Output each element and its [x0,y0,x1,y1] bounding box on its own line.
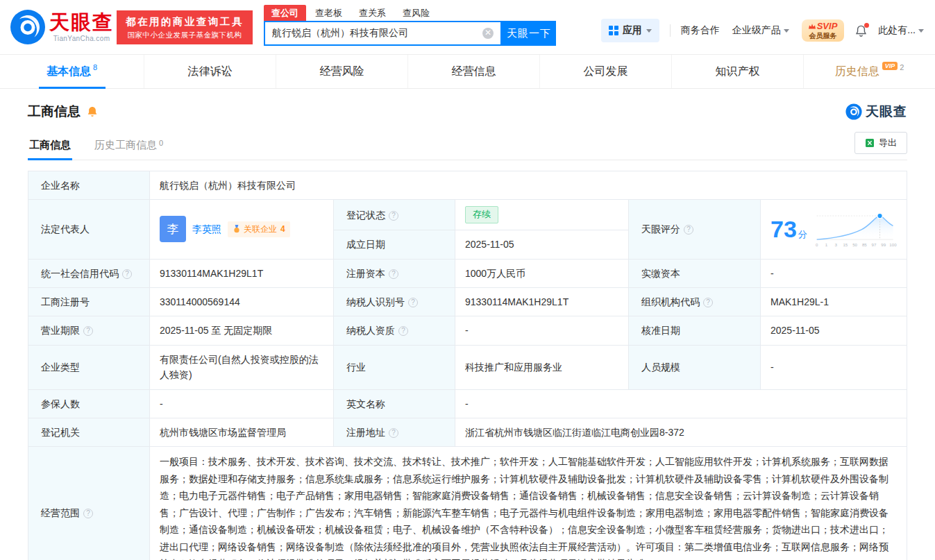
svg-text:50: 50 [852,242,857,247]
field-establish-date-value: 2025-11-05 [455,230,629,259]
business-info-table: 企业名称 航行锐启（杭州）科技有限公司 法定代表人 李 李英照 关联企业 [28,171,907,560]
apps-menu-button[interactable]: 应用 [601,19,659,42]
field-legal-rep-value: 李 李英照 关联企业 4 [150,200,334,259]
svg-text:0: 0 [816,242,818,247]
top-right-menu: 应用 商务合作 企业级产品 SVIP 会员服务 此处有... [601,19,924,42]
subtab-history-registration[interactable]: 历史工商信息0 [93,130,165,160]
tab-intellectual-property[interactable]: 知识产权 [671,55,803,88]
field-company-type-value: 有限责任公司(自然人投资或控股的法人独资) [150,345,334,389]
tab-legal-proceedings[interactable]: 法律诉讼 [144,55,276,88]
field-tax-id-label: 纳税人识别号? [334,287,455,316]
tab-label: 经营风险 [320,65,364,79]
legal-rep-avatar[interactable]: 李 [160,216,186,242]
tab-business-info[interactable]: 经营信息 [407,55,539,88]
company-search-input[interactable] [272,28,482,39]
tab-basic-info[interactable]: 基本信息 8 [0,55,144,88]
svg-text:1: 1 [825,242,828,247]
field-company-name-label: 企业名称 [28,171,150,200]
field-org-code-value: MAK1H29L-1 [761,287,907,316]
field-industry-label: 行业 [334,345,455,389]
score-link[interactable]: 73分 [770,208,897,250]
field-company-name-value: 航行锐启（杭州）科技有限公司 [150,171,907,200]
related-companies-count: 4 [280,223,285,236]
search-tab-boss[interactable]: 查老板 [308,5,350,21]
tianyancha-logo[interactable]: 天眼查 TianYanCha.com [10,9,114,45]
subscribe-bell-icon[interactable] [86,105,99,118]
tab-history-info[interactable]: 历史信息 VIP 2 [803,55,935,88]
notification-bell-icon[interactable] [854,24,868,37]
search-tab-relation[interactable]: 查关系 [351,5,394,21]
table-row: 营业期限? 2025-11-05 至 无固定期限 纳税人资质? - 核准日期 2… [28,316,907,345]
field-credit-code-value: 91330114MAK1H29L1T [150,259,334,287]
field-staff-size-value: - [761,345,907,389]
search-submit-button[interactable]: 天眼一下 [502,21,556,46]
subtab-count: 0 [159,139,163,147]
business-cooperation-link[interactable]: 商务合作 [681,24,720,37]
field-authority-value: 杭州市钱塘区市场监督管理局 [150,418,334,446]
more-menu[interactable]: 此处有... [878,24,924,37]
help-icon[interactable]: ? [389,269,398,279]
chevron-down-icon [918,29,924,33]
main-content: 工商信息 天眼查 工商信息 历史工商信息0 [0,89,935,560]
tab-label: 知识产权 [716,65,760,79]
field-approve-date-label: 核准日期 [629,316,761,345]
tianyancha-logo-icon [845,103,862,120]
search-box: ✕ [264,21,502,46]
field-reg-status-value: 存续 [455,200,629,230]
field-score-label: 天眼评分? [629,200,761,259]
related-companies-badge[interactable]: 关联企业 4 [228,221,290,237]
svg-text:85: 85 [862,242,867,247]
tianyancha-logo-icon [10,9,46,45]
top-bar: 天眼查 TianYanCha.com 都在用的商业查询工具 国家中小企业发展子基… [0,0,935,55]
help-icon[interactable]: ? [703,298,713,307]
field-scope-value: 一般项目：技术服务、技术开发、技术咨询、技术交流、技术转让、技术推广；软件开发；… [150,447,907,560]
tab-label: 公司发展 [584,65,628,79]
svip-membership-badge[interactable]: SVIP 会员服务 [802,19,845,42]
field-insured-label: 参保人数 [28,389,150,418]
tab-business-risk[interactable]: 经营风险 [276,55,407,88]
table-row: 企业类型 有限责任公司(自然人投资或控股的法人独资) 行业 科技推广和应用服务业… [28,345,907,389]
export-button[interactable]: 导出 [854,132,907,154]
divider [670,24,671,37]
score-unit: 分 [798,229,807,239]
search-tabs: 查公司 查老板 查关系 查风险 [264,5,556,21]
table-row: 统一社会信用代码? 91330114MAK1H29L1T 注册资本? 1000万… [28,259,907,287]
field-reg-capital-value: 1000万人民币 [455,259,629,287]
table-row: 登记机关 杭州市钱塘区市场监督管理局 注册地址? 浙江省杭州市钱塘区临江街道临江… [28,418,907,446]
medal-icon [233,225,241,233]
help-icon[interactable]: ? [83,509,93,518]
field-score-value: 73分 [761,200,907,259]
svip-sublabel: 会员服务 [809,32,838,40]
tab-company-development[interactable]: 公司发展 [539,55,671,88]
field-approve-date-value: 2025-11-05 [761,316,907,345]
field-establish-date-label: 成立日期 [334,230,455,259]
field-scope-label: 经营范围? [28,447,150,560]
search-tab-risk[interactable]: 查风险 [395,5,437,21]
tab-label: 历史信息 [835,65,879,79]
legal-rep-name-link[interactable]: 李英照 [192,221,221,237]
field-term-label: 营业期限? [28,316,150,345]
svg-text:3: 3 [834,242,837,247]
enterprise-products-link[interactable]: 企业级产品 [732,24,789,37]
score-number: 73 [770,216,797,242]
field-english-name-value: - [455,389,907,418]
export-label: 导出 [879,137,897,149]
watermark-brand-name: 天眼查 [866,103,907,121]
score-chart: 0 1 3 15 50 85 97 99 100 [813,208,897,250]
table-row: 企业名称 航行锐启（杭州）科技有限公司 [28,171,907,200]
field-reg-no-value: 330114000569144 [150,287,334,316]
help-icon[interactable]: ? [389,428,398,438]
field-credit-code-label: 统一社会信用代码? [28,259,150,287]
help-icon[interactable]: ? [398,326,408,336]
subtab-business-registration[interactable]: 工商信息 [28,130,72,160]
clear-search-icon[interactable]: ✕ [482,28,494,39]
svg-text:97: 97 [871,242,876,247]
field-tax-id-value: 91330114MAK1H29L1T [455,287,629,316]
help-icon[interactable]: ? [684,225,693,235]
status-badge: 存续 [465,206,498,223]
help-icon[interactable]: ? [408,298,418,307]
search-tab-company[interactable]: 查公司 [264,5,306,21]
help-icon[interactable]: ? [122,269,132,279]
help-icon[interactable]: ? [83,326,93,336]
help-icon[interactable]: ? [389,211,398,221]
